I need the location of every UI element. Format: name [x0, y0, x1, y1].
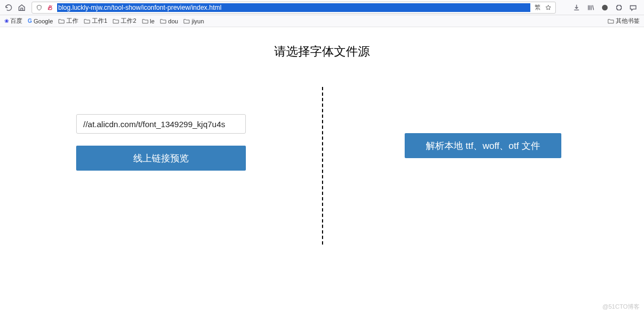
- toolbar-right: [572, 3, 640, 12]
- folder-icon: [160, 18, 166, 24]
- bookmark-google[interactable]: G Google: [28, 18, 53, 24]
- bookmark-label: le: [150, 18, 155, 24]
- folder-icon: [58, 18, 65, 24]
- lock-broken-icon: [46, 4, 54, 11]
- folder-icon: [608, 18, 614, 24]
- bookmark-label: dou: [168, 18, 178, 24]
- url-bar[interactable]: blog.luckly-mjw.cn/tool-show/iconfont-pr…: [32, 2, 556, 14]
- google-icon: G: [28, 18, 32, 24]
- bookmark-label: 工作1: [92, 17, 107, 25]
- columns: 线上链接预览 解析本地 ttf、woff、otf 文件: [0, 87, 644, 250]
- folder-icon: [113, 18, 119, 24]
- font-url-input[interactable]: [76, 114, 246, 134]
- bookmarks-bar: ❀ 百度 G Google 工作 工作1 工作2 le dou jiyun 其他…: [0, 15, 644, 27]
- bookmark-folder-le[interactable]: le: [142, 18, 155, 24]
- page-title: 请选择字体文件源: [0, 43, 644, 60]
- parse-local-button[interactable]: 解析本地 ttf、woff、otf 文件: [405, 133, 561, 158]
- home-icon[interactable]: [17, 3, 26, 12]
- svg-point-2: [602, 4, 608, 10]
- divider: [322, 87, 323, 245]
- right-column: 解析本地 ttf、woff、otf 文件: [322, 87, 644, 250]
- extension-circle-icon[interactable]: [600, 3, 609, 12]
- page-content: 请选择字体文件源 线上链接预览 解析本地 ttf、woff、otf 文件: [0, 27, 644, 250]
- bookmark-folder-dou[interactable]: dou: [160, 18, 178, 24]
- folder-icon: [183, 18, 190, 24]
- reader-icon[interactable]: 繁: [534, 4, 541, 11]
- browser-toolbar: blog.luckly-mjw.cn/tool-show/iconfont-pr…: [0, 0, 644, 15]
- extensions-icon[interactable]: [615, 3, 623, 12]
- url-text[interactable]: blog.luckly-mjw.cn/tool-show/iconfont-pr…: [57, 3, 530, 12]
- bookmark-folder-work2[interactable]: 工作2: [113, 17, 136, 25]
- bookmark-baidu[interactable]: ❀ 百度: [4, 17, 22, 25]
- baidu-icon: ❀: [4, 18, 9, 24]
- shield-icon: [35, 4, 43, 11]
- bookmark-folder-work1[interactable]: 工作1: [84, 17, 107, 25]
- folder-icon: [84, 18, 90, 24]
- bookmark-star-icon[interactable]: [544, 4, 552, 11]
- preview-button[interactable]: 线上链接预览: [76, 146, 246, 171]
- other-bookmarks[interactable]: 其他书签: [608, 17, 640, 25]
- bookmark-folder-jiyun[interactable]: jiyun: [183, 18, 204, 24]
- download-icon[interactable]: [572, 3, 581, 12]
- bookmark-label: 百度: [10, 17, 22, 25]
- other-bookmarks-label: 其他书签: [616, 17, 640, 25]
- library-icon[interactable]: [586, 3, 595, 12]
- chat-icon[interactable]: [629, 3, 637, 12]
- bookmark-label: 工作2: [121, 17, 136, 25]
- bookmark-label: 工作: [66, 17, 78, 25]
- folder-icon: [142, 18, 148, 24]
- bookmark-label: Google: [34, 18, 53, 24]
- left-column: 线上链接预览: [0, 87, 322, 250]
- bookmark-label: jiyun: [191, 18, 204, 24]
- bookmark-folder-work[interactable]: 工作: [58, 17, 78, 25]
- refresh-icon[interactable]: [4, 3, 13, 12]
- watermark: @51CTO博客: [603, 303, 640, 311]
